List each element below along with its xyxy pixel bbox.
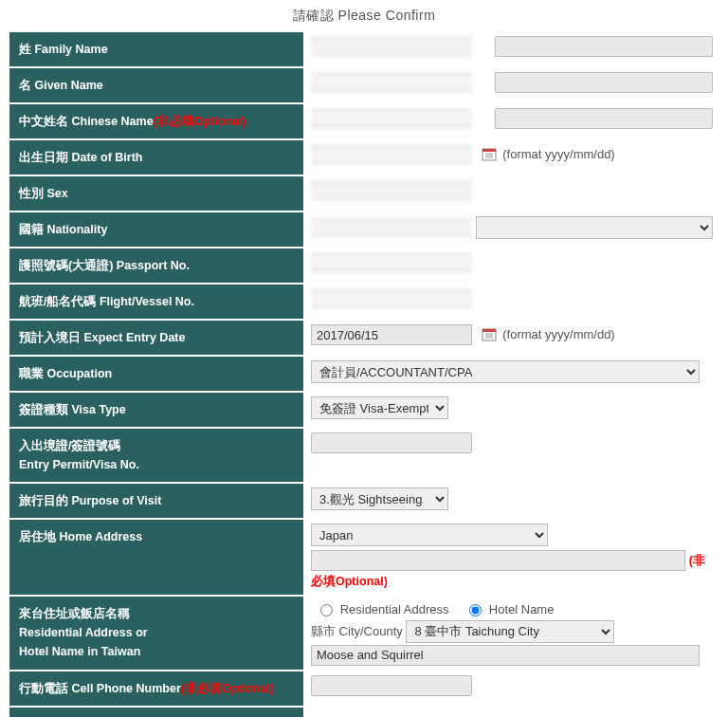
label-flight: 航班/船名代碼 Flight/Vessel No.: [9, 285, 303, 319]
city-county-label: 縣市 City/County: [311, 623, 403, 637]
optional-tag-chinese: (非必填Optional): [154, 115, 246, 128]
entry-date-input[interactable]: [311, 324, 472, 345]
label-residential-line1: 來台住址或飯店名稱: [19, 607, 130, 620]
label-dob: 出生日期 Date of Birth: [9, 140, 303, 175]
nationality-select[interactable]: [476, 216, 713, 239]
home-country-select[interactable]: Japan: [311, 524, 548, 546]
label-permit-zh: 入出境證/簽證號碼: [19, 439, 120, 452]
occupation-select[interactable]: 會計員/ACCOUNTANT/CPA: [311, 360, 700, 383]
dob-format-hint: (format yyyy/mm/dd): [502, 147, 614, 161]
radio-residential-address[interactable]: [320, 604, 333, 616]
cell-input[interactable]: [311, 675, 472, 696]
svg-rect-1: [482, 149, 496, 152]
label-home-address: 居住地 Home Address: [9, 520, 303, 595]
label-residential-line3: Hotel Name in Taiwan: [19, 645, 140, 658]
hotel-name-input[interactable]: [311, 645, 700, 666]
calendar-icon[interactable]: [482, 147, 497, 162]
calendar-icon[interactable]: [482, 327, 497, 342]
form-table: 姓 Family Name 名 Given Name 中文姓名 Chinese …: [8, 30, 720, 717]
label-occupation: 職業 Occupation: [9, 357, 303, 391]
given-name-input[interactable]: [495, 72, 713, 93]
label-permit: 入出境證/簽證號碼 Entry Permit/Visa No.: [9, 429, 303, 482]
label-residential: 來台住址或飯店名稱 Residential Address or Hotel N…: [9, 597, 303, 670]
label-purpose: 旅行目的 Purpose of Visit: [9, 484, 303, 518]
value-passport-blurred: [311, 252, 472, 273]
page-title: 請確認 Please Confirm: [8, 4, 720, 30]
label-sex: 性別 Sex: [9, 176, 303, 211]
label-email: 電子郵件 Email Address(非必填Optional): [9, 708, 303, 717]
visa-type-select[interactable]: 免簽證 Visa-Exempt: [311, 396, 448, 419]
permit-input[interactable]: [311, 432, 472, 453]
city-county-select[interactable]: 8 臺中市 Taichung City: [406, 620, 614, 643]
entry-date-format-hint: (format yyyy/mm/dd): [502, 327, 614, 341]
radio-hotel-name[interactable]: [469, 604, 482, 616]
value-family-name-blurred: [311, 36, 472, 57]
home-address-input[interactable]: [311, 550, 685, 571]
label-entry-date: 預計入境日 Expect Entry Date: [9, 321, 303, 355]
value-dob-blurred: [311, 144, 472, 165]
value-sex-blurred: [311, 180, 472, 201]
label-visa-type: 簽證種類 Visa Type: [9, 393, 303, 427]
label-chinese-name: 中文姓名 Chinese Name(非必填Optional): [9, 104, 303, 138]
label-residential-line2: Residential Address or: [19, 626, 148, 639]
value-chinese-name-blurred: [311, 108, 472, 129]
family-name-input[interactable]: [495, 36, 713, 57]
label-cell: 行動電話 Cell Phone Number(非必填Optional): [9, 671, 303, 706]
chinese-name-input[interactable]: [495, 108, 713, 129]
label-permit-en: Entry Permit/Visa No.: [19, 458, 139, 471]
radio-label-hotel: Hotel Name: [489, 602, 555, 616]
label-chinese-name-text: 中文姓名 Chinese Name: [19, 115, 154, 128]
label-cell-text: 行動電話 Cell Phone Number: [19, 682, 181, 695]
value-nationality-blurred: [311, 217, 472, 238]
radio-label-residential: Residential Address: [340, 602, 449, 616]
purpose-select[interactable]: 3.觀光 Sightseeing: [311, 487, 448, 510]
label-family-name: 姓 Family Name: [9, 32, 303, 66]
value-flight-blurred: [311, 288, 472, 309]
label-passport: 護照號碼(大通證) Passport No.: [9, 248, 303, 283]
optional-tag-cell: (非必填Optional): [181, 682, 274, 695]
svg-rect-6: [482, 329, 496, 332]
value-given-name-blurred: [311, 72, 472, 93]
label-given-name: 名 Given Name: [9, 68, 303, 102]
label-nationality: 國籍 Nationality: [9, 212, 303, 247]
